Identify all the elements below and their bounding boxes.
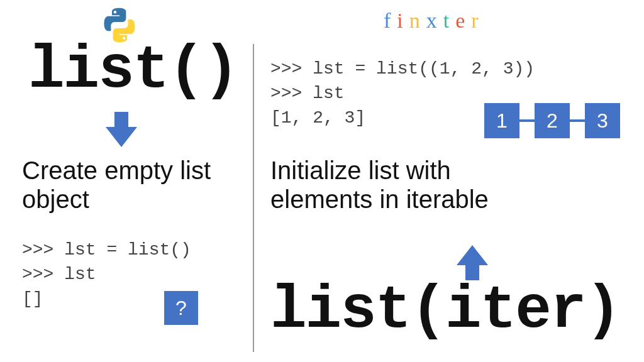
title-list-empty: list() (28, 36, 238, 105)
arrow-down-icon (106, 112, 137, 150)
description-empty-list: Create empty list object (22, 156, 211, 214)
logo-letter: n (409, 9, 426, 32)
node-connector (519, 119, 535, 122)
logo-letter: t (443, 9, 455, 32)
logo-letter: r (471, 9, 484, 32)
list-node: 2 (535, 103, 570, 138)
linked-list-diagram: 1 2 3 (484, 103, 620, 138)
list-node: 3 (585, 103, 620, 138)
logo-letter: i (397, 9, 409, 32)
logo-letter: e (455, 9, 471, 32)
logo-letter: x (426, 9, 443, 32)
list-node: 1 (484, 103, 519, 138)
title-list-iter: list(iter) (270, 277, 620, 345)
logo-letter: f (384, 9, 397, 32)
finxter-logo: finxter (384, 9, 485, 33)
vertical-divider (253, 44, 254, 352)
description-iter-list: Initialize list with elements in iterabl… (270, 156, 489, 214)
question-box: ? (164, 291, 198, 325)
svg-point-0 (114, 11, 116, 13)
node-connector (570, 119, 585, 122)
